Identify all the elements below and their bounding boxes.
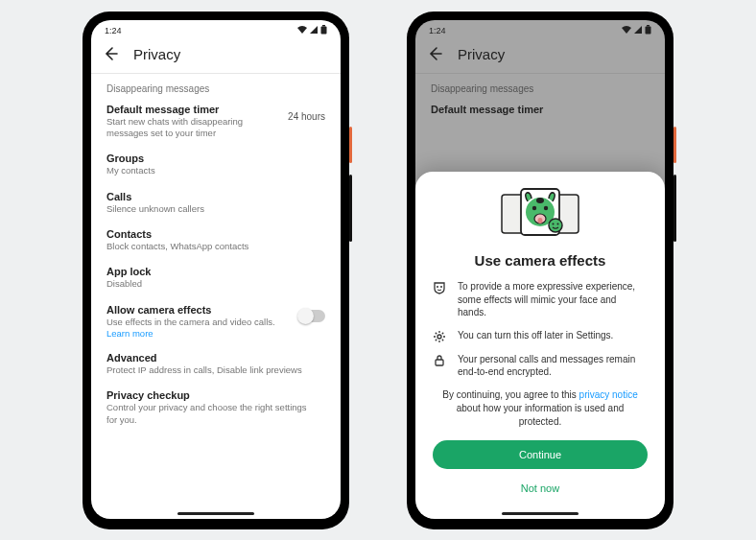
item-default-timer[interactable]: Default message timer Start new chats wi… xyxy=(106,104,325,140)
item-calls[interactable]: Calls Silence unknown callers xyxy=(106,191,325,215)
learn-more-link[interactable]: Learn more xyxy=(106,328,325,339)
battery-icon xyxy=(320,25,327,36)
status-time: 1:24 xyxy=(105,26,122,35)
battery-icon xyxy=(645,25,651,36)
svg-point-8 xyxy=(532,206,536,210)
wifi-icon xyxy=(297,26,307,35)
status-time: 1:24 xyxy=(429,26,446,35)
svg-point-15 xyxy=(557,223,559,225)
item-advanced[interactable]: Advanced Protect IP address in calls, Di… xyxy=(106,352,325,376)
bullet-encrypted: Your personal calls and messages remain … xyxy=(433,353,648,379)
svg-point-17 xyxy=(440,286,442,288)
timer-value: 24 hours xyxy=(288,111,325,122)
continue-button[interactable]: Continue xyxy=(433,440,648,469)
camera-effects-sheet: Use camera effects To provide a more exp… xyxy=(415,172,665,519)
phone-left: 1:24 Privacy Disappearing messages xyxy=(83,12,349,529)
nav-handle[interactable] xyxy=(502,512,579,515)
page-title: Privacy xyxy=(133,46,180,62)
status-bar: 1:24 xyxy=(91,20,341,38)
svg-point-9 xyxy=(544,206,548,210)
sheet-illustration xyxy=(433,187,648,241)
svg-rect-0 xyxy=(322,25,325,27)
svg-rect-19 xyxy=(436,360,443,365)
svg-point-12 xyxy=(538,218,543,223)
bullet-settings: You can turn this off later in Settings. xyxy=(433,329,648,343)
svg-point-10 xyxy=(536,198,544,203)
sheet-title: Use camera effects xyxy=(433,252,648,269)
signal-icon xyxy=(310,26,318,35)
camera-effects-toggle[interactable] xyxy=(298,310,325,322)
svg-point-16 xyxy=(437,286,438,288)
item-groups[interactable]: Groups My contacts xyxy=(106,153,325,176)
lock-icon xyxy=(433,353,446,367)
status-bar: 1:24 xyxy=(415,20,665,38)
signal-icon xyxy=(634,26,642,35)
item-camera-effects[interactable]: Allow camera effects Use effects in the … xyxy=(106,304,325,339)
gear-icon xyxy=(433,329,446,343)
back-icon[interactable] xyxy=(427,46,442,63)
privacy-notice-link[interactable]: privacy notice xyxy=(579,389,638,400)
item-contacts[interactable]: Contacts Block contacts, WhatsApp contac… xyxy=(106,228,325,252)
bullet-expressive: To provide a more expressive experience,… xyxy=(433,280,648,319)
svg-rect-3 xyxy=(646,26,651,34)
item-privacy-checkup[interactable]: Privacy checkup Control your privacy and… xyxy=(106,389,325,426)
back-icon[interactable] xyxy=(103,46,118,63)
svg-rect-2 xyxy=(647,25,650,27)
item-app-lock[interactable]: App lock Disabled xyxy=(106,266,325,290)
mask-icon xyxy=(433,280,446,294)
svg-point-14 xyxy=(553,223,555,225)
page-title: Privacy xyxy=(458,46,505,62)
header: Privacy xyxy=(91,38,341,74)
section-label: Disappearing messages xyxy=(106,83,325,94)
svg-rect-1 xyxy=(321,26,327,34)
consent-text: By continuing, you agree to this privacy… xyxy=(437,388,644,429)
not-now-button[interactable]: Not now xyxy=(433,477,648,500)
wifi-icon xyxy=(622,26,631,35)
header: Privacy xyxy=(415,38,665,74)
svg-point-18 xyxy=(437,335,441,339)
nav-handle[interactable] xyxy=(177,512,254,515)
phone-right: 1:24 Privacy Disappearing messages xyxy=(407,12,673,529)
svg-point-13 xyxy=(549,219,562,232)
